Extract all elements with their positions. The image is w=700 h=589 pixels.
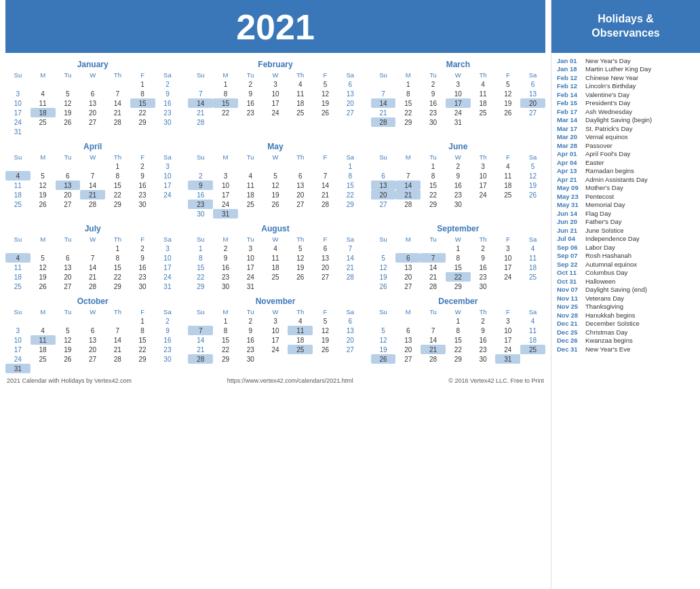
day-cell: 10 xyxy=(213,180,238,190)
day-cell: 3 xyxy=(495,316,520,326)
day-cell: 23 xyxy=(421,108,446,117)
holiday-name: Hanukkah begins xyxy=(585,311,635,319)
day-cell: 24 xyxy=(446,108,471,117)
month-table: SuMTuWThFSa12345678910111213141516171819… xyxy=(371,235,545,291)
day-header: Tu xyxy=(56,235,81,244)
day-cell: 19 xyxy=(31,190,56,200)
day-cell: 30 xyxy=(188,209,213,218)
day-cell: 30 xyxy=(471,282,496,291)
day-cell: 5 xyxy=(31,171,56,180)
day-cell: 10 xyxy=(263,89,288,98)
empty-cell xyxy=(421,244,446,253)
day-header: W xyxy=(446,71,471,79)
day-header: Sa xyxy=(338,307,363,316)
holidays-list: Jan 01New Year's DayJan 18Martin Luther … xyxy=(551,53,700,358)
day-header: Sa xyxy=(155,307,180,316)
day-cell: 23 xyxy=(471,345,496,354)
day-cell: 26 xyxy=(520,190,545,200)
year-label: 2021 xyxy=(236,7,315,47)
day-cell: 17 xyxy=(446,98,471,108)
day-cell: 7 xyxy=(338,244,363,253)
empty-cell xyxy=(520,354,545,364)
empty-cell xyxy=(31,127,56,136)
holiday-name: Autumnal equinox xyxy=(585,261,637,268)
day-header: M xyxy=(31,71,56,79)
day-cell: 18 xyxy=(495,180,520,190)
day-cell: 16 xyxy=(130,263,155,272)
day-cell: 18 xyxy=(5,190,31,200)
day-cell: 12 xyxy=(56,98,81,108)
month-table: SuMTuWThFSa12345678910111213141516171819… xyxy=(188,153,362,218)
holiday-item: May 23Pentecost xyxy=(557,193,695,200)
empty-cell xyxy=(520,200,545,209)
day-header: Su xyxy=(5,307,31,316)
holiday-name: Martin Luther King Day xyxy=(585,65,651,73)
day-header: Tu xyxy=(421,307,446,316)
day-cell: 27 xyxy=(80,117,105,127)
day-cell: 31 xyxy=(155,282,180,291)
day-header: W xyxy=(263,307,288,316)
month-january: JanuarySuMTuWThFSa1234567891011121314151… xyxy=(5,60,180,136)
day-cell: 9 xyxy=(471,253,496,263)
holiday-date: Apr 21 xyxy=(557,176,583,183)
day-cell: 29 xyxy=(338,200,363,209)
day-header: Sa xyxy=(338,153,363,162)
day-cell: 5 xyxy=(371,253,396,263)
day-cell: 17 xyxy=(5,108,31,117)
day-cell: 31 xyxy=(213,209,238,218)
day-cell: 9 xyxy=(238,326,263,335)
day-cell: 22 xyxy=(338,190,363,200)
day-cell: 14 xyxy=(188,98,213,108)
holiday-date: Dec 25 xyxy=(557,328,583,336)
day-cell: 16 xyxy=(188,190,213,200)
holiday-name: Chinese New Year xyxy=(585,74,638,81)
day-cell: 5 xyxy=(495,79,520,89)
day-cell: 14 xyxy=(371,98,396,108)
day-cell: 1 xyxy=(338,162,363,171)
day-cell: 10 xyxy=(5,98,31,108)
day-cell: 24 xyxy=(5,117,31,127)
empty-cell xyxy=(238,162,263,171)
day-cell: 26 xyxy=(31,282,56,291)
day-cell: 8 xyxy=(421,171,446,180)
day-header: Sa xyxy=(520,307,545,316)
month-table: SuMTuWThFSa12345678910111213141516171819… xyxy=(5,307,180,373)
day-cell: 5 xyxy=(56,89,81,98)
day-cell: 29 xyxy=(105,200,130,209)
empty-cell xyxy=(520,282,545,291)
day-cell: 6 xyxy=(288,171,313,180)
empty-cell xyxy=(188,316,213,326)
empty-cell xyxy=(395,316,421,326)
day-cell: 26 xyxy=(495,108,520,117)
day-cell: 20 xyxy=(338,335,363,345)
day-cell: 11 xyxy=(471,89,496,98)
empty-cell xyxy=(238,117,263,127)
empty-cell xyxy=(130,364,155,373)
day-cell: 16 xyxy=(471,335,496,345)
day-cell: 15 xyxy=(188,263,213,272)
day-header: Th xyxy=(105,307,130,316)
day-cell: 19 xyxy=(263,190,288,200)
day-header: M xyxy=(395,307,421,316)
holiday-date: May 31 xyxy=(557,201,583,208)
day-cell: 27 xyxy=(395,354,421,364)
holiday-item: Apr 21Admin Assistants Day xyxy=(557,176,695,183)
empty-cell xyxy=(313,117,338,127)
day-cell: 26 xyxy=(56,354,81,364)
holiday-name: Columbus Day xyxy=(585,269,627,276)
month-september: SeptemberSuMTuWThFSa12345678910111213141… xyxy=(371,224,545,291)
day-cell: 17 xyxy=(155,180,180,190)
empty-cell xyxy=(213,162,238,171)
day-cell: 29 xyxy=(213,354,238,364)
day-cell: 27 xyxy=(371,200,396,209)
holiday-name: Ash Wednesday xyxy=(585,108,632,115)
day-cell: 30 xyxy=(446,200,471,209)
day-cell: 29 xyxy=(421,200,446,209)
empty-cell xyxy=(5,162,31,171)
month-february: FebruarySuMTuWThFSa123456789101112131415… xyxy=(188,60,362,136)
day-cell: 23 xyxy=(130,272,155,282)
day-cell: 27 xyxy=(288,200,313,209)
empty-cell xyxy=(338,209,363,218)
holiday-name: Admin Assistants Day xyxy=(585,176,648,183)
day-cell: 28 xyxy=(338,272,363,282)
